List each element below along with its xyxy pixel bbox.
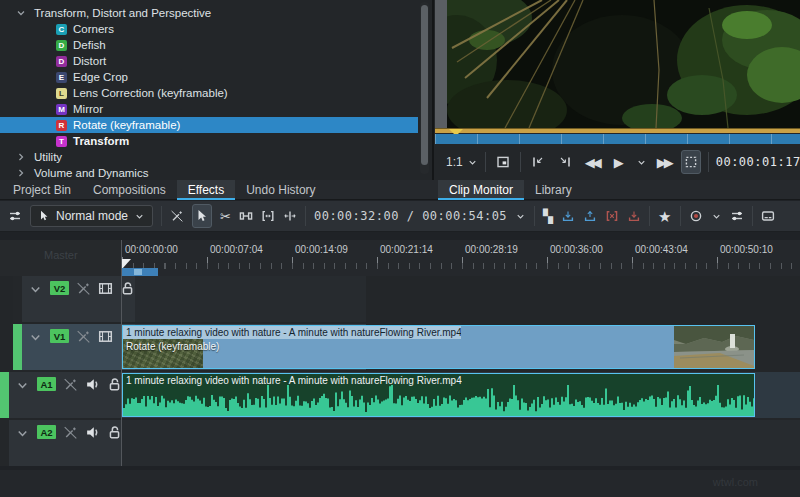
track-effects-icon[interactable] [63,377,78,392]
track-target-indicator[interactable] [0,420,9,466]
monitor-zone-bar[interactable] [435,134,800,144]
chevron-down-icon[interactable] [28,282,43,297]
effect-item[interactable]: R Rotate (keyframable) [0,117,418,133]
tab[interactable]: Undo History [235,180,326,200]
zone-in-button[interactable] [528,150,548,174]
track-effects-icon[interactable] [76,281,91,296]
audio-clip[interactable]: 1 minute relaxing video with nature - A … [122,373,755,417]
mix-clips-icon[interactable] [261,209,275,223]
track-target-indicator[interactable] [0,372,9,418]
play-button[interactable]: ▶ [609,150,629,174]
clip-monitor-video[interactable] [447,0,800,128]
lock-icon[interactable] [107,377,122,392]
play-icon: ▶ [614,156,624,169]
effects-scrollbar[interactable] [420,2,429,174]
effects-group-row[interactable]: Utility [0,149,418,165]
record-icon[interactable] [689,209,703,223]
bottom-strip: wtwl.com [0,470,800,497]
chevron-down-icon[interactable] [515,211,526,222]
track-name-badge[interactable]: V2 [50,281,69,295]
effect-item[interactable]: E Edge Crop [0,69,418,85]
clip-effect-label: Rotate (keyframable) [126,341,219,352]
tab[interactable]: Library [524,180,583,200]
tab[interactable]: Effects [177,180,235,200]
track-lane[interactable] [135,276,366,322]
delete-zone-icon[interactable] [627,209,641,223]
effect-item[interactable]: M Mirror [0,101,418,117]
separator [534,206,535,226]
track-header[interactable]: A1 [9,372,122,418]
timeline-settings-icon[interactable] [8,209,22,223]
effect-item[interactable]: L Lens Correction (keyframable) [0,85,418,101]
lock-icon[interactable] [107,425,122,440]
track-name-badge[interactable]: A1 [37,377,56,391]
tab[interactable]: Project Bin [2,180,82,200]
audio-track-icon[interactable] [85,425,100,440]
video-track-icon[interactable] [98,281,113,296]
separator [708,152,709,172]
forward-button[interactable]: ▶▶ [654,150,674,174]
scrollbar-thumb[interactable] [421,5,428,165]
track-target-indicator[interactable] [13,276,22,322]
track-header[interactable]: V1 [22,324,135,370]
track-name-badge[interactable]: A2 [37,425,56,439]
audio-track-icon[interactable] [85,377,100,392]
monitor-overlay-button[interactable] [493,150,513,174]
edit-mode-select[interactable]: Normal mode [30,205,153,227]
effects-group-row[interactable]: Transform, Distort and Perspective [0,5,418,21]
zone-grip[interactable] [134,269,142,275]
compositing-icon[interactable]: ▚ [543,210,553,223]
zone-out-button[interactable] [555,150,575,174]
track-effects-icon[interactable] [63,425,78,440]
track-name-badge[interactable]: V1 [50,329,69,343]
chevron-down-icon[interactable] [711,211,722,222]
lock-icon[interactable] [120,281,135,296]
chevron-right-icon[interactable] [15,151,27,163]
effects-group-row[interactable]: Volume and Dynamics [0,165,418,180]
chevron-down-icon[interactable] [15,7,27,19]
timeline-ruler[interactable]: 00:00:00:0000:00:07:0400:00:14:0900:00:2… [122,240,800,276]
timeline-zone-bar[interactable] [122,268,158,276]
subtitle-icon[interactable] [761,209,775,223]
tab[interactable]: Compositions [82,180,177,200]
effect-item[interactable]: D Distort [0,53,418,69]
video-clip[interactable]: 1 minute relaxing video with nature - A … [122,325,755,369]
effect-zone-toggle[interactable] [681,150,701,174]
track-target-indicator[interactable] [13,324,22,370]
lift-zone-icon[interactable] [583,209,597,223]
separator [485,152,486,172]
favorite-effects-icon[interactable]: ★ [658,209,671,224]
ruler-minor-ticks [122,263,800,269]
razor-tool-icon[interactable]: ✂ [220,210,231,223]
monitor-timecode[interactable]: 00:00:01:17 [716,155,800,169]
spacer-tool-icon[interactable] [239,209,253,223]
track-header[interactable]: V2 [22,276,135,322]
track-lane[interactable] [122,420,800,466]
resize-item-icon[interactable] [283,209,297,223]
effect-item[interactable]: C Corners [0,21,418,37]
chevron-down-icon[interactable] [28,330,43,345]
video-track-icon[interactable] [98,329,113,344]
monitor-zoom-select[interactable]: 1:1 [446,155,478,169]
rewind-button[interactable]: ◀◀ [582,150,602,174]
audio-mixer-icon[interactable] [730,209,744,223]
timeline-position-timecode[interactable]: 00:00:32:00 / 00:00:54:05 [314,209,507,223]
extract-zone-icon[interactable] [605,209,619,223]
monitor-seek-ruler[interactable] [435,128,800,133]
chevron-down-icon[interactable] [15,378,30,393]
zone-in-icon [531,155,545,169]
track-effects-icon[interactable] [76,329,91,344]
insert-zone-icon[interactable] [561,209,575,223]
chevron-right-icon[interactable] [15,167,27,179]
chevron-down-icon[interactable] [636,157,647,168]
master-track-label[interactable]: Master [44,249,78,261]
effect-type-icon: T [56,136,67,147]
effect-item[interactable]: D Defish [0,37,418,53]
tab[interactable]: Clip Monitor [438,180,524,200]
multitrack-edit-icon[interactable] [170,209,184,223]
chevron-down-icon[interactable] [15,426,30,441]
track-row: A2 [0,420,800,466]
selection-tool-button[interactable] [192,204,212,228]
track-header[interactable]: A2 [9,420,122,466]
effect-item[interactable]: T Transform [0,133,418,149]
